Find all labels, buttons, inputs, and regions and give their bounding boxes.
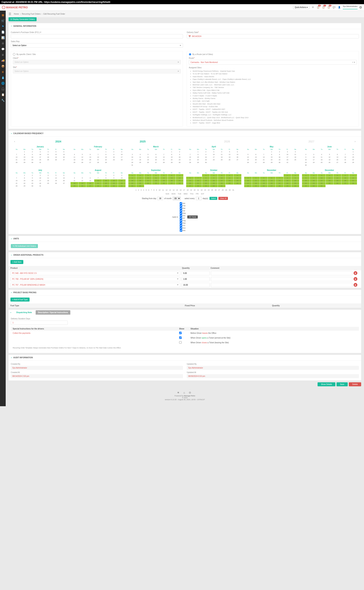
day-cell[interactable]: 4 — [44, 174, 52, 177]
day-cell[interactable]: 1 — [268, 151, 275, 153]
day-cell[interactable]: 6 — [252, 153, 260, 156]
day-cell[interactable]: 25 — [252, 185, 260, 187]
day-cell[interactable]: 14 — [194, 179, 202, 182]
day-cell[interactable]: 12 — [244, 156, 252, 158]
day-cell[interactable]: 13 — [234, 153, 241, 156]
year-next[interactable]: › — [354, 140, 357, 143]
day-cell[interactable]: 28 — [94, 185, 102, 187]
day-cell[interactable]: 20 — [268, 182, 275, 184]
day-cell[interactable]: 20 — [186, 182, 194, 184]
day-cell[interactable]: 13 — [268, 179, 275, 182]
day-cell[interactable]: 1 — [194, 151, 202, 153]
day-cell[interactable]: 19 — [234, 179, 241, 182]
day-cell[interactable]: 11 — [291, 153, 299, 156]
day-cell[interactable]: 9 — [110, 177, 118, 179]
month-check-Oct[interactable]: Oct — [180, 224, 186, 227]
month-check-Jan[interactable]: Jan — [180, 202, 186, 205]
day-cell[interactable]: 27 — [234, 158, 241, 161]
day-cell[interactable]: 26 — [78, 185, 86, 187]
sidebar-doc[interactable]: 📄 — [0, 29, 6, 35]
day-cell[interactable]: 24 — [210, 158, 218, 161]
day-cell[interactable]: 23 — [202, 158, 210, 161]
day-cell[interactable]: 18 — [226, 179, 233, 182]
day-cell[interactable]: 22 — [268, 158, 275, 161]
day-cell[interactable]: 8 — [349, 153, 357, 156]
day-cell[interactable]: 8 — [284, 177, 291, 179]
day-cell[interactable]: 5 — [78, 177, 86, 179]
day-cell[interactable]: 22 — [21, 182, 28, 184]
sidebar-chat[interactable]: 💬 — [0, 46, 6, 52]
day-cell[interactable]: 9 — [210, 177, 218, 179]
day-cell[interactable]: 19 — [144, 158, 152, 161]
day-cell[interactable]: 2 — [28, 174, 36, 177]
day-cell[interactable]: 17 — [36, 179, 44, 182]
day-cell[interactable]: 3 — [118, 151, 126, 153]
day-cell[interactable]: 5 — [144, 153, 152, 156]
day-cell[interactable]: 27 — [152, 161, 160, 164]
day-cell[interactable]: 5 — [226, 151, 233, 153]
day-cell[interactable]: 19 — [333, 179, 341, 182]
day-cell[interactable]: 30 — [291, 185, 299, 187]
day-cell[interactable]: 21 — [13, 158, 20, 161]
day-cell[interactable]: 23 — [291, 182, 299, 184]
save-btn[interactable]: Save — [337, 382, 348, 386]
dow-labels[interactable]: SUN MON TUE WED THU FRI SAT — [11, 193, 359, 195]
day-cell[interactable]: 3 — [284, 151, 291, 153]
day-cell[interactable]: 23 — [136, 182, 144, 184]
day-cell[interactable]: 22 — [302, 182, 310, 184]
day-cell[interactable]: 4 — [71, 177, 78, 179]
day-cell[interactable]: 25 — [136, 161, 144, 164]
day-cell[interactable]: 23 — [310, 182, 318, 184]
month-check-Nov[interactable]: Nov — [180, 227, 186, 229]
day-cell[interactable]: 10 — [128, 156, 136, 158]
day-cell[interactable]: 16 — [176, 156, 183, 158]
day-cell[interactable]: 27 — [333, 161, 341, 164]
day-cell[interactable]: 9 — [28, 153, 36, 156]
sidebar-support[interactable]: 🎧 — [0, 86, 6, 92]
day-cell[interactable]: 19 — [160, 179, 168, 182]
day-cell[interactable]: 28 — [94, 161, 102, 164]
day-cell[interactable]: 25 — [44, 158, 52, 161]
month-check-Mar[interactable]: Mar — [180, 207, 186, 210]
day-cell[interactable]: 7 — [176, 174, 183, 177]
day-cell[interactable]: 25 — [71, 185, 78, 187]
every-input[interactable] — [196, 197, 202, 200]
sidebar-chart[interactable]: 📊 — [0, 35, 6, 41]
day-cell[interactable]: 12 — [333, 177, 341, 179]
day-cell[interactable]: 15 — [21, 179, 28, 182]
day-cell[interactable]: 21 — [260, 158, 268, 161]
day-cell[interactable]: 14 — [94, 156, 102, 158]
select-btn[interactable]: Select — [209, 197, 217, 200]
day-cell[interactable]: 29 — [168, 161, 176, 164]
day-cell[interactable]: 29 — [21, 185, 28, 187]
day-cell[interactable]: 17 — [118, 179, 126, 182]
qty-input[interactable] — [182, 283, 210, 287]
day-cell[interactable]: 21 — [341, 158, 349, 161]
day-cell[interactable]: 3 — [144, 174, 152, 177]
day-cell[interactable]: 20 — [60, 179, 68, 182]
day-cell[interactable]: 28 — [349, 182, 357, 184]
day-cell[interactable]: 11 — [136, 156, 144, 158]
day-cell[interactable]: 22 — [284, 182, 291, 184]
day-cell[interactable]: 27 — [268, 185, 275, 187]
day-cell[interactable]: 12 — [226, 153, 233, 156]
day-cell[interactable]: 19 — [226, 156, 233, 158]
day-cell[interactable]: 20 — [86, 182, 94, 184]
year-2025[interactable]: 2025 — [100, 140, 185, 143]
day-cell[interactable]: 29 — [194, 161, 202, 164]
day-cell[interactable]: 27 — [341, 182, 349, 184]
day-cell[interactable]: 1 — [284, 174, 291, 177]
refresh-icon[interactable]: ⟳ — [311, 6, 315, 9]
day-cell[interactable]: 6 — [186, 177, 194, 179]
day-cell[interactable]: 25 — [226, 182, 233, 184]
day-cell[interactable]: 10 — [144, 177, 152, 179]
day-cell[interactable]: 27 — [86, 161, 94, 164]
day-cell[interactable]: 20 — [333, 158, 341, 161]
day-cell[interactable]: 29 — [302, 185, 310, 187]
day-cell[interactable]: 20 — [60, 156, 68, 158]
day-cell[interactable]: 7 — [276, 177, 283, 179]
day-cell[interactable]: 16 — [291, 179, 299, 182]
day-cell[interactable]: 9 — [291, 177, 299, 179]
day-cell[interactable]: 17 — [128, 158, 136, 161]
day-cell[interactable]: 5 — [234, 174, 241, 177]
